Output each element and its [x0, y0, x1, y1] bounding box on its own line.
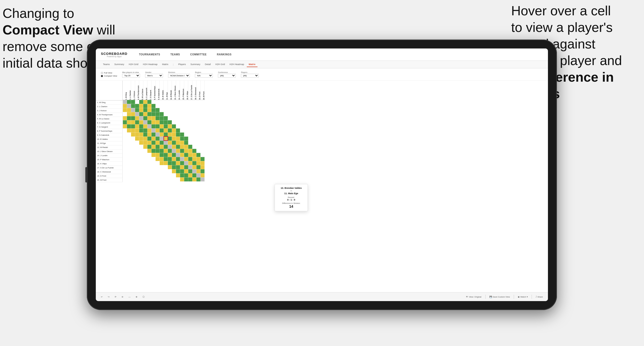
- cell-4-17[interactable]: [188, 112, 192, 116]
- cell-7-6[interactable]: [143, 124, 147, 128]
- nav-committee[interactable]: COMMITTEE: [189, 53, 208, 56]
- cell-1-10[interactable]: [160, 100, 164, 104]
- cell-18-19[interactable]: [196, 169, 201, 173]
- cell-13-6[interactable]: [143, 149, 147, 153]
- cell-8-15[interactable]: [180, 128, 184, 132]
- cell-2-19[interactable]: [196, 104, 201, 108]
- cell-19-18[interactable]: [192, 173, 196, 177]
- cell-3-13[interactable]: [172, 108, 176, 112]
- cell-9-2[interactable]: [127, 132, 131, 137]
- cell-10-1[interactable]: [123, 137, 127, 141]
- cell-14-20[interactable]: [201, 153, 205, 157]
- cell-20-11[interactable]: [164, 177, 168, 181]
- cell-6-9[interactable]: [156, 120, 160, 124]
- cell-4-11[interactable]: [164, 112, 168, 116]
- cell-6-2[interactable]: [127, 120, 131, 124]
- cell-5-8[interactable]: [151, 116, 156, 120]
- cell-14-10[interactable]: [160, 153, 164, 157]
- cell-17-5[interactable]: [139, 165, 143, 169]
- cell-11-16[interactable]: [184, 141, 188, 145]
- cell-18-8[interactable]: [151, 169, 156, 173]
- cell-9-9[interactable]: [156, 132, 160, 137]
- cell-20-19[interactable]: [196, 177, 201, 181]
- cell-3-5[interactable]: [139, 108, 143, 112]
- cell-20-4[interactable]: [135, 177, 139, 181]
- cell-14-17[interactable]: [188, 153, 192, 157]
- cell-14-3[interactable]: [131, 153, 135, 157]
- cell-14-1[interactable]: [123, 153, 127, 157]
- cell-10-17[interactable]: [188, 137, 192, 141]
- cell-7-8[interactable]: [151, 124, 156, 128]
- cell-12-9[interactable]: [156, 145, 160, 149]
- zoom-out-button[interactable]: ⊖: [120, 295, 125, 299]
- cell-17-10[interactable]: [160, 165, 164, 169]
- cell-9-13[interactable]: [172, 132, 176, 137]
- cell-3-15[interactable]: [180, 108, 184, 112]
- nav-tournaments[interactable]: TOURNAMENTS: [138, 53, 161, 56]
- cell-7-1[interactable]: [123, 124, 127, 128]
- cell-6-1[interactable]: [123, 120, 127, 124]
- cell-10-15[interactable]: [180, 137, 184, 141]
- compact-view-radio[interactable]: [101, 75, 103, 77]
- cell-20-3[interactable]: [131, 177, 135, 181]
- cell-15-12[interactable]: [168, 157, 172, 161]
- cell-10-10[interactable]: [160, 137, 164, 141]
- info-button[interactable]: ⓘ: [141, 295, 146, 299]
- cell-17-1[interactable]: [123, 165, 127, 169]
- cell-11-5[interactable]: [139, 141, 143, 145]
- cell-18-14[interactable]: [176, 169, 180, 173]
- cell-20-7[interactable]: [147, 177, 151, 181]
- cell-6-14[interactable]: [176, 120, 180, 124]
- cell-16-6[interactable]: [143, 161, 147, 165]
- cell-8-16[interactable]: [184, 128, 188, 132]
- cell-7-15[interactable]: [180, 124, 184, 128]
- cell-10-16[interactable]: [184, 137, 188, 141]
- cell-6-19[interactable]: [196, 120, 201, 124]
- cell-15-4[interactable]: [135, 157, 139, 161]
- cell-9-6[interactable]: [143, 132, 147, 137]
- cell-4-9[interactable]: [156, 112, 160, 116]
- cell-20-17[interactable]: [188, 177, 192, 181]
- cell-20-16[interactable]: [184, 177, 188, 181]
- cell-9-8[interactable]: [151, 132, 156, 137]
- sub-nav-teams[interactable]: Teams: [101, 62, 112, 67]
- cell-13-19[interactable]: [196, 149, 201, 153]
- cell-18-4[interactable]: [135, 169, 139, 173]
- cell-9-19[interactable]: [196, 132, 201, 137]
- cell-13-20[interactable]: [201, 149, 205, 153]
- cell-14-15[interactable]: [180, 153, 184, 157]
- cell-2-13[interactable]: [172, 104, 176, 108]
- cell-16-3[interactable]: [131, 161, 135, 165]
- cell-2-18[interactable]: [192, 104, 196, 108]
- cell-2-17[interactable]: [188, 104, 192, 108]
- cell-11-2[interactable]: [127, 141, 131, 145]
- cell-20-1[interactable]: [123, 177, 127, 181]
- cell-13-14[interactable]: [176, 149, 180, 153]
- sub-nav-summary2[interactable]: Summary: [188, 62, 202, 67]
- share-button[interactable]: ⤴ Share: [534, 295, 544, 299]
- cell-1-14[interactable]: [176, 100, 180, 104]
- cell-5-17[interactable]: [188, 116, 192, 120]
- cell-4-10[interactable]: [160, 112, 164, 116]
- cell-15-14[interactable]: [176, 157, 180, 161]
- cell-4-5[interactable]: [139, 112, 143, 116]
- cell-2-1[interactable]: [123, 104, 127, 108]
- nav-teams[interactable]: TEAMS: [169, 53, 181, 56]
- cell-18-11[interactable]: [164, 169, 168, 173]
- cell-19-17[interactable]: [188, 173, 192, 177]
- cell-17-9[interactable]: [156, 165, 160, 169]
- view-original-button[interactable]: 👁 View: Original: [465, 295, 483, 299]
- conference-select[interactable]: (All): [218, 74, 236, 78]
- cell-5-19[interactable]: [196, 116, 201, 120]
- cell-16-2[interactable]: [127, 161, 131, 165]
- cell-18-3[interactable]: [131, 169, 135, 173]
- cell-17-17[interactable]: [188, 165, 192, 169]
- cell-6-6[interactable]: [143, 120, 147, 124]
- cell-19-12[interactable]: [168, 173, 172, 177]
- cell-3-19[interactable]: [196, 108, 201, 112]
- cell-7-2[interactable]: [127, 124, 131, 128]
- cell-16-18[interactable]: [192, 161, 196, 165]
- cell-2-14[interactable]: [176, 104, 180, 108]
- cell-9-5[interactable]: [139, 132, 143, 137]
- cell-17-6[interactable]: [143, 165, 147, 169]
